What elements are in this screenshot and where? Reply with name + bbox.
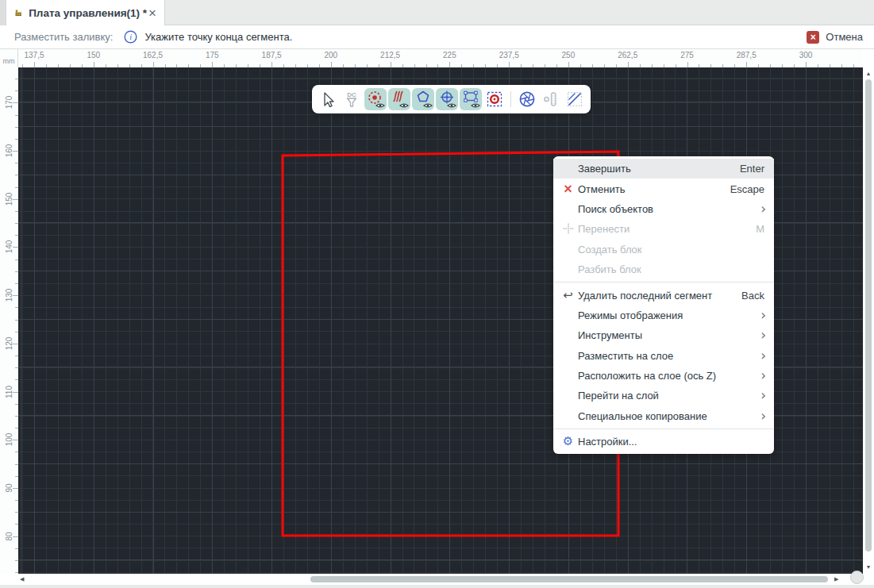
status-bar: Разместить заливку: i Укажите точку конц… xyxy=(0,25,874,49)
ruler-label: 100 xyxy=(5,432,13,447)
menu-item-delete-last-segment[interactable]: ↩Удалить последний сегментBack xyxy=(553,285,774,305)
scroll-left-icon[interactable]: ◀ xyxy=(20,576,24,582)
ruler-tick xyxy=(13,295,18,296)
ruler-label: 150 xyxy=(87,51,100,60)
cancel-button-label: Отмена xyxy=(826,31,863,43)
ruler-tick xyxy=(94,62,94,67)
ruler-label: 150 xyxy=(5,192,13,206)
ruler-tick xyxy=(13,536,18,537)
menu-item-create-block: Создать блок xyxy=(553,240,774,259)
ruler-tick xyxy=(746,62,747,67)
origins-visibility-toggle[interactable] xyxy=(436,88,458,110)
menu-item-cancel[interactable]: ×ОтменитьEscape xyxy=(553,179,774,198)
scroll-up-icon[interactable]: ▲ xyxy=(863,71,874,76)
scroll-right-icon[interactable]: ▶ xyxy=(834,576,838,582)
ruler-unit-label: mm xyxy=(0,49,18,67)
ruler-label: 212,5 xyxy=(380,51,400,60)
menu-item-label: Поиск объектов xyxy=(578,203,760,215)
ruler-tick xyxy=(13,247,18,248)
ruler-label: 120 xyxy=(5,336,13,351)
menu-separator xyxy=(553,282,774,282)
menu-item-display-modes[interactable]: Режимы отображения› xyxy=(553,306,774,325)
menu-item-shortcut: Back xyxy=(741,290,764,302)
scroll-down-icon[interactable]: ▼ xyxy=(863,564,874,570)
via-stack-icon xyxy=(541,89,561,110)
ruler-tick xyxy=(212,62,213,67)
info-icon: i xyxy=(124,30,137,44)
via-stack-tool[interactable] xyxy=(540,88,562,110)
menu-item-label: Инструменты xyxy=(578,329,760,341)
menu-item-settings[interactable]: ⚙Настройки... xyxy=(553,432,774,452)
ruler-tick xyxy=(449,62,450,67)
hatch-tool[interactable] xyxy=(564,88,586,110)
svg-text:DC: DC xyxy=(347,91,356,98)
active-tool-label: Разместить заливку: xyxy=(14,31,113,43)
ruler-tick xyxy=(13,199,18,200)
polygons-visibility-toggle[interactable] xyxy=(412,88,434,110)
ruler-tick xyxy=(13,344,18,344)
hint-message: Укажите точку конца сегмента. xyxy=(144,31,292,43)
ruler-tick xyxy=(391,62,391,67)
menu-item-go-to-layer[interactable]: Перейти на слой› xyxy=(553,386,774,405)
menu-item-label: Разбить блок xyxy=(578,263,774,275)
menu-item-label: Завершить xyxy=(578,163,740,175)
ruler-label: 175 xyxy=(206,51,219,60)
menu-item-label: Перейти на слой xyxy=(578,390,760,402)
ruler-label: 225 xyxy=(443,51,456,60)
cancel-x-icon: × xyxy=(558,182,578,196)
ruler-label: 90 xyxy=(5,481,13,495)
menu-item-special-copy[interactable]: Специальное копирование› xyxy=(553,406,774,426)
close-icon[interactable]: × xyxy=(147,6,158,20)
pcb-canvas[interactable]: DC xyxy=(18,67,863,574)
move-icon xyxy=(558,223,578,236)
select-tool[interactable] xyxy=(317,88,339,110)
horizontal-ruler: 137,5150162,5175187,5200212,5225237,5250… xyxy=(18,49,863,67)
svg-text:i: i xyxy=(130,33,133,41)
ruler-tick xyxy=(628,62,629,67)
ruler-tick xyxy=(331,62,332,67)
ruler-tick xyxy=(687,62,688,67)
menu-item-tools[interactable]: Инструменты› xyxy=(553,325,774,345)
ruler-tick xyxy=(34,62,35,67)
menu-item-place-on-layer[interactable]: Разместить на слое› xyxy=(553,346,774,366)
pads-visibility-toggle[interactable] xyxy=(364,88,387,110)
ruler-label: 287,5 xyxy=(737,51,757,60)
ruler-tick xyxy=(568,62,569,67)
tab-board-document[interactable]: Плата управления(1) * × xyxy=(6,0,165,25)
menu-item-shortcut: Escape xyxy=(730,183,764,195)
ruler-tick xyxy=(509,62,510,67)
origin-eye-icon xyxy=(437,89,457,110)
chevron-right-icon: › xyxy=(760,202,766,216)
dc-filter-tool[interactable]: DC xyxy=(341,88,363,110)
ruler-label: 130 xyxy=(5,288,13,302)
ruler-label: 300 xyxy=(799,51,813,60)
undo-icon: ↩ xyxy=(558,290,578,302)
cancel-button[interactable]: × Отмена xyxy=(807,31,863,44)
ruler-label: 170 xyxy=(5,95,13,110)
chevron-right-icon: › xyxy=(760,349,766,363)
horizontal-scrollbar[interactable]: ◀ ▶ xyxy=(0,574,874,585)
ruler-label: 275 xyxy=(680,51,694,60)
aperture-tool[interactable] xyxy=(516,88,538,110)
vertical-scrollbar[interactable]: ▲ ▼ xyxy=(863,67,874,574)
context-menu: ЗавершитьEnter×ОтменитьEscapeПоиск объек… xyxy=(553,156,774,454)
menu-item-finish[interactable]: ЗавершитьEnter xyxy=(553,159,774,179)
menu-item-label: Режимы отображения xyxy=(578,309,760,321)
ruler-label: 80 xyxy=(5,529,13,544)
ruler-label: 250 xyxy=(562,51,576,60)
menu-item-search-objects[interactable]: Поиск объектов› xyxy=(553,199,774,219)
vertical-scroll-thumb[interactable] xyxy=(865,79,872,551)
regions-visibility-toggle[interactable] xyxy=(460,88,482,110)
menu-item-shortcut: Enter xyxy=(740,163,764,175)
menu-item-arrange-on-layer-z[interactable]: Расположить на слое (ось Z)› xyxy=(553,366,774,386)
ruler-tick xyxy=(13,102,18,103)
keepout-tool[interactable] xyxy=(483,88,506,110)
traces-visibility-toggle[interactable] xyxy=(388,88,410,110)
ruler-label: 137,5 xyxy=(24,51,44,60)
ruler-tick xyxy=(13,440,18,440)
polygon-eye-icon xyxy=(413,89,433,110)
menu-item-label: Настройки... xyxy=(578,436,774,448)
view-navigator-button[interactable] xyxy=(850,571,864,584)
menu-item-label: Специальное копирование xyxy=(578,410,760,422)
horizontal-scroll-thumb[interactable] xyxy=(310,576,828,582)
